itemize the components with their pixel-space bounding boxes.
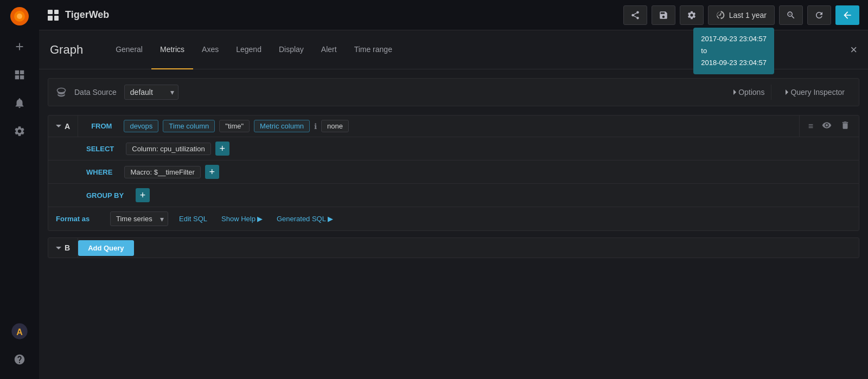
- metrics-area: Data Source default ▾ Options Query Insp…: [39, 69, 868, 379]
- datasource-select-wrap: default ▾: [124, 85, 178, 100]
- sidebar-nav: [0, 33, 39, 317]
- query-inspector-button[interactable]: Query Inspector: [779, 85, 851, 100]
- settings-button[interactable]: [680, 5, 704, 25]
- panel-close-button[interactable]: ×: [850, 43, 857, 57]
- add-query-button[interactable]: Add Query: [78, 240, 133, 256]
- query-a-groupby-row: GROUP BY +: [48, 184, 859, 207]
- sidebar-item-add[interactable]: [0, 33, 39, 61]
- sidebar-bottom: A: [0, 317, 39, 374]
- back-arrow-icon: [842, 10, 853, 21]
- tab-metrics[interactable]: Metrics: [151, 30, 193, 69]
- time-column-label[interactable]: Time column: [163, 120, 215, 132]
- metric-column-info-icon[interactable]: ℹ: [314, 122, 317, 131]
- show-help-arrow-icon: ▶: [257, 215, 263, 223]
- sidebar-item-dashboards[interactable]: [0, 61, 39, 89]
- apps-grid-icon: [48, 10, 59, 21]
- query-a-delete-button[interactable]: [836, 117, 854, 136]
- share-button[interactable]: [623, 5, 647, 25]
- chevron-right-icon: [786, 89, 788, 95]
- show-help-button[interactable]: Show Help ▶: [218, 213, 266, 225]
- sidebar: A: [0, 0, 39, 379]
- tab-legend[interactable]: Legend: [227, 30, 270, 69]
- refresh-button[interactable]: [807, 5, 831, 25]
- query-a-format-row: Format as Time series Table ▾ Edit SQL S…: [48, 207, 859, 230]
- clock-icon: [716, 11, 725, 20]
- query-a-row-actions: ≡: [799, 115, 859, 137]
- panel-title: Graph: [50, 43, 83, 57]
- format-as-label: Format as: [56, 215, 103, 223]
- grafana-logo-icon: [10, 7, 29, 26]
- options-button[interactable]: Options: [727, 85, 771, 100]
- time-range-button[interactable]: Last 1 year 2017-09-23 23:04:57 to 2018-…: [708, 5, 775, 25]
- time-dropdown: 2017-09-23 23:04:57 to 2018-09-23 23:04:…: [693, 28, 774, 74]
- chevron-right-icon: [733, 89, 736, 95]
- sidebar-item-settings[interactable]: [0, 117, 39, 145]
- edit-sql-button[interactable]: Edit SQL: [176, 213, 210, 225]
- metric-column-label[interactable]: Metric column: [254, 120, 310, 132]
- help-icon: [14, 354, 25, 365]
- refresh-icon: [814, 10, 824, 20]
- back-button[interactable]: [835, 5, 859, 25]
- time-value[interactable]: "time": [219, 120, 250, 132]
- query-a-select-row: SELECT Column: cpu_utilization +: [48, 137, 859, 160]
- datasource-label: Data Source: [74, 88, 117, 97]
- topbar-actions: Last 1 year 2017-09-23 23:04:57 to 2018-…: [623, 5, 859, 25]
- zoom-button[interactable]: [779, 5, 803, 25]
- sidebar-item-alerts[interactable]: [0, 89, 39, 117]
- collapse-chevron-icon: [56, 125, 61, 127]
- trash-icon: [840, 120, 850, 130]
- query-b-collapse-button[interactable]: B: [48, 238, 78, 258]
- select-add-button[interactable]: +: [215, 142, 229, 156]
- eye-icon: [822, 120, 832, 130]
- groupby-add-button[interactable]: +: [136, 188, 150, 202]
- tab-general[interactable]: General: [107, 30, 151, 69]
- generated-sql-button[interactable]: Generated SQL ▶: [273, 213, 336, 225]
- query-b-chevron-icon: [56, 247, 61, 249]
- svg-point-2: [17, 14, 22, 19]
- topbar-logo-area: TigerWeb: [48, 9, 109, 21]
- topbar: TigerWeb Last 1 year 2017-09-23 23:04:5: [39, 0, 868, 30]
- sidebar-item-help[interactable]: [0, 345, 39, 374]
- save-button[interactable]: [652, 5, 675, 25]
- query-letter-b: B: [65, 243, 70, 252]
- metric-column-value[interactable]: none: [321, 120, 349, 132]
- svg-text:A: A: [16, 327, 23, 337]
- query-b-row: B Add Query: [48, 238, 859, 258]
- sidebar-item-user[interactable]: A: [0, 317, 39, 345]
- generated-sql-arrow-icon: ▶: [328, 215, 333, 223]
- select-value[interactable]: Column: cpu_utilization: [126, 143, 210, 155]
- where-label: WHERE: [79, 168, 120, 176]
- tab-display[interactable]: Display: [270, 30, 312, 69]
- query-b-block: B Add Query: [48, 237, 859, 258]
- time-range-label: Last 1 year: [729, 11, 767, 20]
- query-letter-a: A: [65, 122, 70, 131]
- dashboard-icon: [14, 69, 25, 81]
- main-content: TigerWeb Last 1 year 2017-09-23 23:04:5: [39, 0, 868, 379]
- where-add-button[interactable]: +: [205, 165, 219, 179]
- datasource-select[interactable]: default: [124, 85, 178, 100]
- save-icon: [659, 10, 668, 20]
- format-as-select[interactable]: Time series Table: [110, 211, 168, 226]
- tab-time-range[interactable]: Time range: [346, 30, 401, 69]
- app-title: TigerWeb: [65, 9, 109, 21]
- query-a-collapse-button[interactable]: A: [48, 115, 78, 137]
- datasource-bar: Data Source default ▾ Options Query Insp…: [48, 78, 859, 106]
- query-a-hamburger-button[interactable]: ≡: [804, 118, 818, 134]
- gear-icon: [687, 10, 697, 20]
- settings-icon: [14, 125, 25, 137]
- select-label: SELECT: [79, 145, 122, 153]
- bell-icon: [14, 97, 25, 109]
- time-to-label: to: [701, 45, 767, 57]
- tab-alert[interactable]: Alert: [312, 30, 346, 69]
- from-value[interactable]: devops: [124, 120, 158, 132]
- panel-tabs: General Metrics Axes Legend Display Aler…: [107, 30, 401, 69]
- where-value[interactable]: Macro: $__timeFilter: [124, 166, 200, 178]
- tab-axes[interactable]: Axes: [193, 30, 227, 69]
- from-row-content: FROM devops Time column "time" Metric co…: [78, 115, 799, 137]
- query-a-where-row: WHERE Macro: $__timeFilter +: [48, 160, 859, 184]
- group-by-label: GROUP BY: [79, 191, 131, 200]
- query-a-eye-button[interactable]: [818, 117, 836, 136]
- query-a-block: A FROM devops Time column "time" Metric …: [48, 115, 859, 231]
- time-to-value: 2018-09-23 23:04:57: [701, 57, 767, 69]
- sidebar-logo[interactable]: [0, 0, 39, 33]
